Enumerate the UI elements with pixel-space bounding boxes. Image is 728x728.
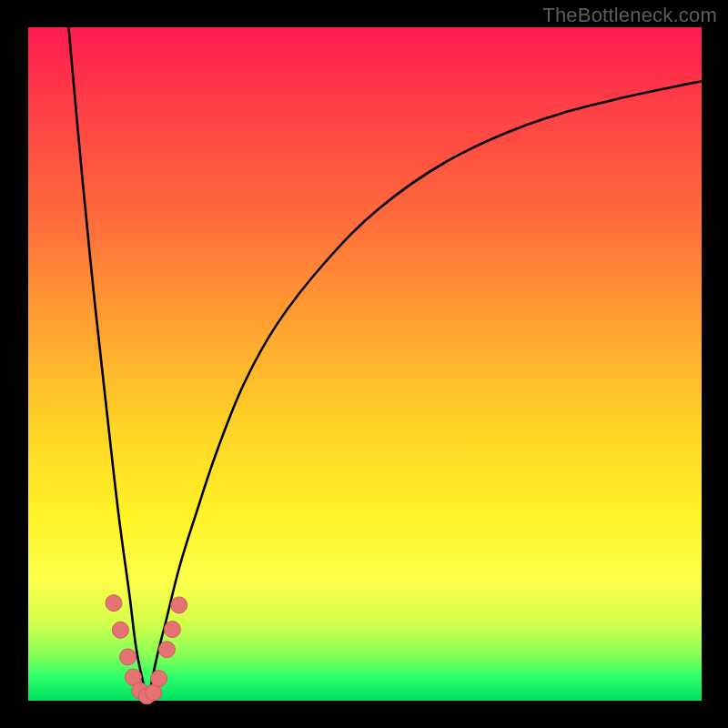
plot-area: [28, 27, 702, 701]
data-marker: [158, 642, 175, 658]
data-marker: [106, 595, 122, 612]
chart-frame: TheBottleneck.com: [0, 0, 728, 728]
data-marker: [164, 622, 180, 638]
data-marker: [151, 671, 167, 687]
data-marker: [120, 649, 136, 665]
data-marker: [112, 622, 128, 638]
watermark-text: TheBottleneck.com: [542, 4, 717, 27]
curve-svg: [28, 27, 702, 701]
data-markers: [106, 595, 187, 704]
curve-right-branch: [148, 81, 702, 701]
data-marker: [171, 597, 187, 613]
